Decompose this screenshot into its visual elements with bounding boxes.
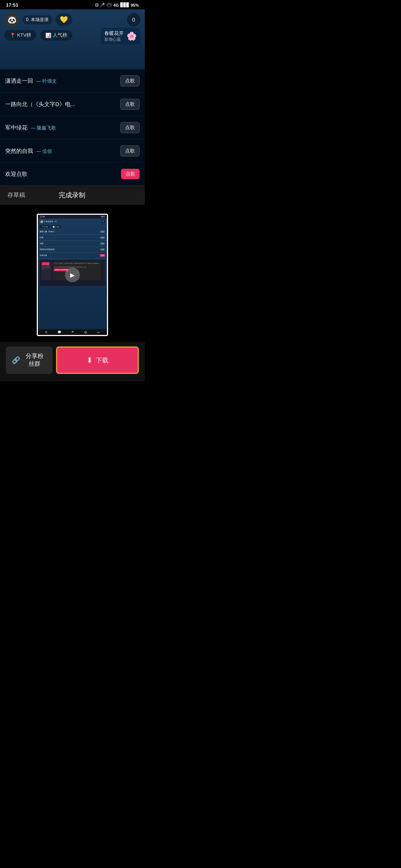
thumb-tabs: 📍KTV榜 📊人气榜 bbox=[40, 225, 105, 228]
finish-record-button[interactable]: 完成录制 bbox=[59, 191, 85, 200]
wish-title: 春暖花开 bbox=[104, 30, 124, 37]
sound-label: 本场音浪 bbox=[31, 17, 49, 23]
song-name-4: 突然的自我 bbox=[5, 148, 33, 154]
cast-icon: ⊡ bbox=[95, 3, 98, 7]
popularity-tab[interactable]: 📊 人气榜 bbox=[40, 30, 72, 40]
song-name-1: 潇洒走一回 bbox=[5, 78, 33, 84]
popularity-tab-label: 人气榜 bbox=[53, 32, 67, 39]
status-icons: ⊡ 🎤 📳 4G ▊▊▊ 95% bbox=[95, 3, 139, 7]
thumb-order-3: 点歌 bbox=[100, 242, 105, 245]
song-name-2: 一路向北（《头文字D》电... bbox=[5, 101, 75, 107]
share-button[interactable]: 🔗 分享粉丝群 bbox=[6, 346, 52, 374]
thumb-song-3: 成都 点歌 bbox=[38, 241, 107, 247]
song-artist-1: — 叶倩文 bbox=[36, 78, 57, 84]
thumb-avatar: 🐼 bbox=[40, 220, 43, 223]
thumb-order-4: 点歌 bbox=[100, 248, 105, 251]
song-list: 潇洒走一回 — 叶倩文 点歌 一路向北（《头文字D》电... 点歌 军中绿花 —… bbox=[0, 69, 145, 185]
thumb-song-5: 欢迎点歌 点歌 bbox=[38, 253, 107, 259]
thumb-song-title-5: 欢迎点歌 bbox=[40, 254, 47, 256]
play-button[interactable]: ▶ bbox=[65, 267, 80, 282]
download-button[interactable]: ⬇ 下载 bbox=[56, 346, 139, 374]
song-item-3: 军中绿花 — 隆鑫飞歌 点歌 bbox=[0, 116, 145, 139]
avatar: 🐼 bbox=[4, 12, 19, 27]
circle-count-button[interactable]: 0 bbox=[127, 13, 140, 26]
ktv-top-bar: 🐼 0 本场音浪 💛 0 bbox=[4, 12, 140, 27]
share-icon: 🔗 bbox=[12, 356, 20, 364]
video-thumbnail[interactable]: 17:50 95% 🐼 0 本场音浪 ☀ 0 📍KTV榜 📊人气榜 蒙 bbox=[37, 214, 108, 336]
song-name-3: 军中绿花 bbox=[5, 124, 27, 131]
thumb-more-icon: ••• bbox=[97, 331, 100, 334]
time: 17:51 bbox=[6, 2, 18, 8]
thumb-song-title-3: 成都 bbox=[40, 243, 43, 244]
song-title-1: 潇洒走一回 — 叶倩文 bbox=[5, 78, 57, 85]
order-button-4[interactable]: 点歌 bbox=[120, 145, 140, 157]
song-artist-3: — 隆鑫飞歌 bbox=[30, 125, 56, 131]
song-item-4: 突然的自我 — 伍佰 点歌 bbox=[0, 139, 145, 163]
order-button-1[interactable]: 点歌 bbox=[120, 75, 140, 86]
mic-icon: 🎤 bbox=[100, 3, 105, 7]
share-label: 分享粉丝群 bbox=[23, 352, 46, 368]
ktv-tab[interactable]: 📍 KTV榜 bbox=[4, 30, 36, 40]
song-artist-4: — 伍佰 bbox=[36, 148, 52, 154]
bottom-actions: 🔗 分享粉丝群 ⬇ 下载 bbox=[0, 342, 145, 381]
thumb-top-bar: 🐼 0 本场音浪 ☀ 0 bbox=[38, 218, 107, 224]
thumb-order-1: 点歌 bbox=[100, 230, 105, 233]
sound-waves: 0 本场音浪 bbox=[22, 15, 52, 24]
vibrate-icon: 📳 bbox=[107, 3, 112, 7]
thumb-order-2: 点歌 bbox=[100, 236, 105, 239]
download-label: 下载 bbox=[96, 356, 108, 365]
chart-icon: 📊 bbox=[45, 33, 51, 38]
song-name-5: 欢迎点歌 bbox=[5, 171, 27, 177]
wish-card: 春暖花开 新增心愿 🌸 bbox=[101, 28, 140, 45]
ktv-section: 🐼 0 本场音浪 💛 0 📍 KTV榜 📊 人气榜 春暖花开 新增心愿 bbox=[0, 9, 145, 69]
preview-section: 17:50 95% 🐼 0 本场音浪 ☀ 0 📍KTV榜 📊人气榜 蒙 bbox=[0, 205, 145, 342]
thumb-user-info: 🐼 0 本场音浪 ☀ bbox=[40, 220, 57, 223]
thumb-pop-tab: 📊人气榜 bbox=[51, 225, 61, 228]
save-draft-button[interactable]: 存草稿 bbox=[7, 191, 25, 199]
thumb-chat-icon: 💬 bbox=[58, 331, 61, 334]
order-button-5[interactable]: 点歌 bbox=[121, 169, 140, 179]
status-bar: 17:51 ⊡ 🎤 📳 4G ▊▊▊ 95% bbox=[0, 0, 145, 9]
song-item-2: 一路向北（《头文字D》电... 点歌 bbox=[0, 93, 145, 116]
thumb-status-bar: 17:50 95% bbox=[38, 215, 107, 218]
thumb-bottom-bar: ⊞ 💬 ⚑ ⏻ ••• bbox=[38, 329, 107, 335]
thumb-song-4: 我的快乐就是悠你 点歌 bbox=[38, 247, 107, 253]
thumb-order-5: 点歌 bbox=[100, 254, 105, 257]
thumb-song-2: 红唇 点歌 bbox=[38, 235, 107, 241]
song-item-1: 潇洒走一回 — 叶倩文 点歌 bbox=[0, 69, 145, 93]
song-title-2: 一路向北（《头文字D》电... bbox=[5, 101, 75, 108]
signal-bars: ▊▊▊ bbox=[120, 3, 129, 7]
song-item-5: 欢迎点歌 点歌 bbox=[0, 163, 145, 185]
user-info: 🐼 0 本场音浪 💛 bbox=[4, 12, 72, 27]
heart-button[interactable]: 💛 bbox=[55, 13, 72, 26]
song-title-3: 军中绿花 — 隆鑫飞歌 bbox=[5, 124, 56, 131]
thumb-power-icon: ⏻ bbox=[84, 331, 87, 334]
circle-count: 0 bbox=[132, 17, 135, 23]
wish-sub: 新增心愿 bbox=[104, 37, 124, 42]
thumb-song-title-1: 蒙眼心魔（Remix） bbox=[40, 231, 56, 233]
thumb-grid-icon: ⊞ bbox=[45, 331, 48, 334]
song-title-5: 欢迎点歌 bbox=[5, 171, 27, 178]
thumb-ktv-tab: 📍KTV榜 bbox=[40, 225, 50, 228]
thumb-circle-count: 0 bbox=[102, 220, 105, 223]
thumb-song-list: 蒙眼心魔（Remix） 点歌 红唇 点歌 成都 点歌 我的快乐就是悠你 点歌 欢… bbox=[38, 229, 107, 259]
order-button-3[interactable]: 点歌 bbox=[120, 122, 140, 133]
thumb-song-title-4: 我的快乐就是悠你 bbox=[40, 249, 55, 250]
thumb-song-title-2: 红唇 bbox=[40, 237, 43, 239]
recording-bar: 存草稿 完成录制 bbox=[0, 185, 145, 205]
sound-count: 0 bbox=[26, 17, 29, 22]
song-title-4: 突然的自我 — 伍佰 bbox=[5, 148, 52, 155]
heart-icon: 💛 bbox=[60, 16, 68, 24]
thumbnail-content: 17:50 95% 🐼 0 本场音浪 ☀ 0 📍KTV榜 📊人气榜 蒙 bbox=[38, 215, 107, 335]
battery-level: 95% bbox=[131, 3, 139, 7]
signal-icon: 4G bbox=[113, 3, 119, 7]
thumb-song-1: 蒙眼心魔（Remix） 点歌 bbox=[38, 229, 107, 235]
ktv-tab-label: KTV榜 bbox=[17, 32, 31, 39]
download-icon: ⬇ bbox=[87, 356, 93, 365]
order-button-2[interactable]: 点歌 bbox=[120, 99, 140, 110]
flower-icon: 🌸 bbox=[127, 32, 137, 41]
thumb-flag-icon: ⚑ bbox=[71, 331, 74, 334]
pin-icon: 📍 bbox=[10, 33, 16, 38]
